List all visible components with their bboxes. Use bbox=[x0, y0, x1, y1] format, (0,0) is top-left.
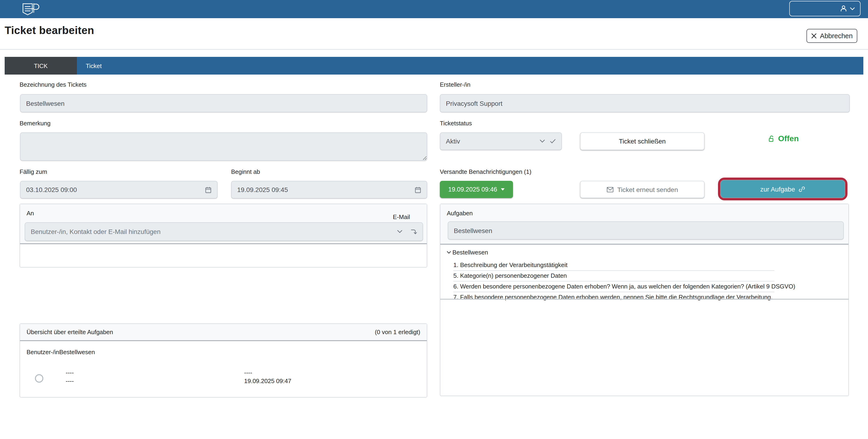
task-created-timestamp: 19.09.2025 09:47 bbox=[244, 377, 291, 385]
an-recipient-select[interactable]: Benutzer-/in, Kontakt oder E-Mail hinzuf… bbox=[25, 222, 423, 241]
tree-root-label: Bestellwesen bbox=[453, 249, 488, 256]
zur-aufgabe-highlight-ring: zur Aufgabe bbox=[718, 178, 847, 200]
uebersicht-panel-header: Übersicht über erteilte Aufgaben (0 von … bbox=[20, 324, 427, 341]
tree-node-bestellwesen[interactable]: Bestellwesen bbox=[447, 249, 488, 256]
task-row-date-cell: ---- 19.09.2025 09:47 bbox=[244, 369, 291, 385]
ticketstatus-label: Ticketstatus bbox=[440, 120, 472, 127]
unlock-icon bbox=[768, 135, 775, 143]
an-panel-header: An Benutzer-/in, Kontakt oder E-Mail hin… bbox=[20, 204, 427, 244]
ersteller-input[interactable] bbox=[440, 94, 850, 112]
ticketstatus-value: Aktiv bbox=[446, 137, 539, 145]
question-item[interactable]: 6. Werden besondere personenbezogene Dat… bbox=[453, 281, 774, 292]
an-label: An bbox=[27, 210, 34, 217]
aufgaben-label: Aufgaben bbox=[447, 210, 473, 217]
an-panel: An Benutzer-/in, Kontakt oder E-Mail hin… bbox=[20, 203, 427, 268]
tab-ticket[interactable]: Ticket bbox=[77, 57, 101, 74]
tab-tick[interactable]: TICK bbox=[5, 57, 77, 74]
bemerkung-label: Bemerkung bbox=[20, 120, 51, 127]
dash-value: ---- bbox=[66, 369, 74, 377]
ticket-state: Offen bbox=[768, 134, 799, 144]
beginnt-ab-value: 19.09.2025 09:45 bbox=[237, 186, 415, 193]
zur-aufgabe-label: zur Aufgabe bbox=[760, 185, 795, 193]
col-bestellwesen-label: Bestellwesen bbox=[59, 349, 95, 355]
check-icon[interactable] bbox=[550, 139, 556, 144]
faellig-zum-label: Fällig zum bbox=[20, 168, 47, 175]
question-list-divider bbox=[440, 299, 848, 300]
user-menu[interactable] bbox=[789, 1, 861, 16]
uebersicht-title: Übersicht über erteilte Aufgaben bbox=[27, 328, 113, 336]
cancel-button[interactable]: Abbrechen bbox=[806, 29, 857, 43]
beginnt-ab-label: Beginnt ab bbox=[231, 168, 260, 175]
privacysoft-logo-icon[interactable] bbox=[22, 3, 40, 15]
close-icon bbox=[811, 33, 817, 39]
chevron-down-icon bbox=[397, 230, 403, 233]
bezeichnung-label: Bezeichnung des Tickets bbox=[20, 81, 87, 88]
sent-notification-dropdown[interactable]: 19.09.2025 09:46 bbox=[440, 181, 513, 198]
zur-aufgabe-button[interactable]: zur Aufgabe bbox=[720, 180, 845, 198]
bezeichnung-input[interactable] bbox=[20, 94, 427, 112]
task-radio[interactable] bbox=[35, 374, 43, 383]
link-icon bbox=[799, 186, 805, 192]
top-navbar bbox=[0, 0, 868, 18]
sent-notification-timestamp: 19.09.2025 09:46 bbox=[448, 186, 497, 193]
cancel-button-label: Abbrechen bbox=[820, 32, 852, 40]
tab-bar: TICK Ticket bbox=[5, 57, 863, 74]
question-list: 1. Beschreibung der Verarbeitungstätigke… bbox=[453, 260, 774, 303]
ticket-erneut-senden-label: Ticket erneut senden bbox=[617, 186, 678, 193]
app-root: Ticket bearbeiten Abbrechen TICK Ticket … bbox=[0, 0, 868, 439]
return-arrow-icon[interactable] bbox=[410, 228, 417, 235]
task-row-user-cell: ---- ---- bbox=[66, 369, 74, 385]
question-item[interactable]: 1. Beschreibung der Verarbeitungstätigke… bbox=[453, 260, 774, 271]
page-title: Ticket bearbeiten bbox=[5, 24, 94, 37]
aufgaben-panel-header: Aufgaben bbox=[440, 204, 848, 245]
chevron-down-icon bbox=[850, 7, 855, 10]
uebersicht-column-headers: Benutzer-/inBestellwesen bbox=[27, 349, 95, 355]
uebersicht-panel: Übersicht über erteilte Aufgaben (0 von … bbox=[20, 323, 427, 398]
chevron-down-icon bbox=[539, 139, 545, 143]
question-item[interactable]: 7. Falls besondere personenbezogene Date… bbox=[453, 292, 774, 303]
faellig-zum-value: 03.10.2025 09:00 bbox=[26, 186, 205, 193]
header-divider bbox=[0, 49, 868, 50]
an-email-label: E-Mail bbox=[393, 214, 410, 220]
caret-down-icon bbox=[501, 188, 504, 191]
aufgaben-name-input[interactable] bbox=[448, 221, 844, 240]
question-item[interactable]: 5. Kategorie(n) personenbezogener Daten bbox=[453, 271, 774, 281]
faellig-zum-input[interactable]: 03.10.2025 09:00 bbox=[20, 181, 218, 198]
ticket-erneut-senden-button[interactable]: Ticket erneut senden bbox=[580, 181, 705, 198]
ticketstatus-select[interactable]: Aktiv bbox=[440, 132, 562, 150]
ticket-schliessen-label: Ticket schließen bbox=[619, 137, 665, 145]
bemerkung-textarea[interactable] bbox=[20, 132, 427, 161]
benachrichtigungen-label: Versandte Benachrichtigungen (1) bbox=[440, 168, 531, 175]
dash-value: ---- bbox=[244, 369, 291, 377]
aufgaben-panel: Aufgaben Bestellwesen 1. Beschreibung de… bbox=[440, 203, 849, 396]
envelope-icon bbox=[607, 187, 614, 192]
dash-value: ---- bbox=[66, 377, 74, 385]
person-icon bbox=[840, 5, 847, 12]
ticket-schliessen-button[interactable]: Ticket schließen bbox=[580, 132, 705, 150]
an-recipient-placeholder: Benutzer-/in, Kontakt oder E-Mail hinzuf… bbox=[31, 228, 397, 236]
ersteller-label: Ersteller-/in bbox=[440, 81, 471, 88]
calendar-icon bbox=[205, 186, 212, 193]
uebersicht-progress: (0 von 1 erledigt) bbox=[375, 328, 420, 336]
beginnt-ab-input[interactable]: 19.09.2025 09:45 bbox=[231, 181, 427, 198]
chevron-down-icon bbox=[447, 251, 451, 254]
col-benutzer-label: Benutzer-/in bbox=[27, 349, 59, 355]
ticket-state-label: Offen bbox=[778, 134, 799, 144]
calendar-icon bbox=[415, 186, 421, 193]
